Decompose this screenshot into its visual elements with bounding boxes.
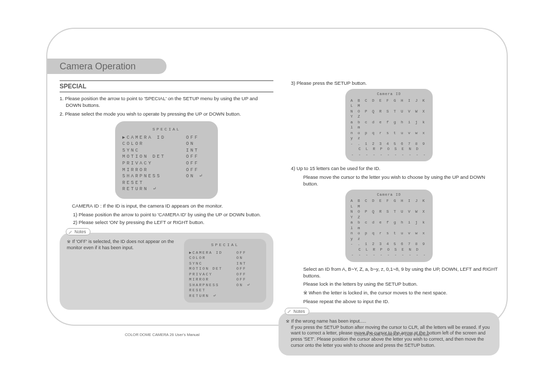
manual-page-frame: Camera Operation SPECIAL 1. Please posit… — [46, 28, 508, 326]
camera-id-step2: 2) Please select 'ON' by pressing the LE… — [60, 219, 273, 226]
section-title: Camera Operation — [47, 59, 166, 74]
left-column: SPECIAL 1. Please position the arrow to … — [60, 80, 273, 310]
step-1: 1. Please position the arrow to point to… — [60, 96, 273, 109]
pencil-icon — [68, 230, 73, 234]
osd-title: SPECIAL — [122, 126, 211, 132]
footer-left: COLOR DOME CAMERA 26 User's Manual — [47, 332, 277, 337]
select-id: Select an ID from A, B~Y, Z, a, b~y, z, … — [279, 266, 499, 279]
notes-tag: Notes — [66, 228, 90, 235]
step-4a: 4) Up to 15 letters can be used for the … — [279, 165, 499, 172]
footer-right: COLOR DOME CAMERA 27 User's Manual — [277, 332, 507, 337]
note2-heading: ※ If the wrong name has been input..... — [286, 319, 492, 325]
camera-id-intro: CAMERA ID : If the ID is input, the came… — [60, 203, 273, 210]
page-footer: COLOR DOME CAMERA 26 User's Manual COLOR… — [47, 332, 507, 337]
note-text: ※ If 'OFF' is selected, the ID does not … — [67, 239, 181, 251]
step-2: 2. Please select the mode you wish to op… — [60, 111, 273, 118]
notes-tag: Notes — [285, 308, 309, 315]
osd-special-menu: SPECIAL ▶CAMERA IDOFF COLORON SYNCINT MO… — [115, 121, 218, 199]
notes-box-left: Notes ※ If 'OFF' is selected, the ID doe… — [60, 233, 273, 310]
pencil-icon — [287, 309, 292, 313]
locked-cursor: ※ When the letter is locked in, the curs… — [279, 290, 499, 296]
lock-letters: Please lock in the letters by using the … — [279, 281, 499, 288]
repeat: Please repeat the above to input the ID. — [279, 298, 499, 305]
camera-id-step1: 1) Please position the arrow to point to… — [60, 212, 273, 218]
step-4b: Please move the cursor to the letter you… — [279, 174, 499, 188]
camera-id-charmap-2: Camera ID A B C D E F G H I J K L M N O … — [345, 190, 433, 262]
section-title-text: Camera Operation — [60, 61, 136, 72]
heading-special: SPECIAL — [60, 80, 273, 92]
osd-special-menu-small: SPECIAL ▶CAMERA IDOFF COLORON SYNCINT MO… — [184, 239, 266, 303]
camera-id-charmap-1: Camera ID A B C D E F G H I J K L M N O … — [345, 89, 433, 161]
step-3: 3) Please press the SETUP button. — [279, 80, 499, 87]
right-column: 3) Please press the SETUP button. Camera… — [279, 80, 499, 356]
